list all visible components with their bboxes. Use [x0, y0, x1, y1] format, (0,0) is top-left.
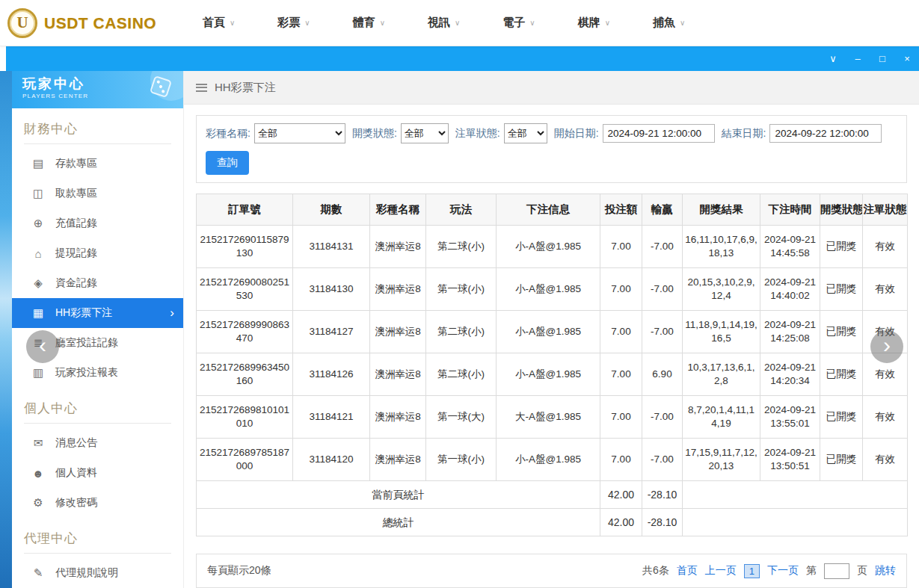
order-status-select[interactable]: 全部 — [504, 123, 547, 143]
lottery-bet-icon: ▦ — [31, 306, 45, 320]
table-cell: 2024-09-21 13:55:01 — [760, 396, 820, 439]
chevron-right-icon: › — [170, 306, 174, 321]
sidebar-item-profile[interactable]: ☻個人資料 — [12, 458, 183, 488]
table-cell: 20,15,3,10,2,9,12,4 — [683, 268, 760, 311]
pagination-bar: 每頁顯示20條 共6条 首页 上一页 1 下一页 第 页 跳转 — [196, 554, 907, 588]
nav-item-5[interactable]: 電子∨ — [502, 16, 535, 30]
summary-row: 當前頁統計42.00-28.10 — [197, 481, 908, 509]
table-cell: 2152172690080251530 — [197, 268, 293, 311]
sidebar-item-label: 修改密碼 — [55, 496, 97, 510]
summary-win-loss-total: -28.10 — [642, 481, 683, 509]
sidebar-item-lottery-bet[interactable]: ▦HH彩票下注› — [12, 298, 183, 328]
table-cell: 2152172690115879130 — [197, 226, 293, 268]
nav-item-7[interactable]: 捕魚∨ — [653, 16, 685, 30]
menu-icon[interactable] — [196, 84, 207, 92]
table-cell: 2152172689810101010 — [197, 396, 293, 439]
minimize-window-icon[interactable]: – — [852, 54, 864, 64]
table-cell: 澳洲幸运8 — [370, 311, 426, 353]
summary-row: 總統計42.00-28.10 — [197, 509, 908, 536]
sidebar-subtitle: PLAYERS CENTER — [22, 93, 174, 99]
start-date-label: 開始日期: — [554, 127, 599, 140]
start-date-input[interactable] — [603, 124, 715, 143]
main-content: HH彩票下注 彩種名稱: 全部 開獎狀態: 全部 — [184, 71, 919, 588]
sidebar-item-change-password[interactable]: ⚙修改密碼 — [12, 488, 183, 518]
column-header: 注單狀態 — [863, 194, 908, 226]
table-row: 215217268981010101031184121澳洲幸运8第一球(大)大-… — [197, 396, 908, 439]
table-cell: -7.00 — [642, 226, 683, 268]
end-date-input[interactable] — [769, 124, 882, 143]
column-header: 輸贏 — [642, 194, 683, 226]
breadcrumb: HH彩票下注 — [184, 71, 919, 105]
profile-icon: ☻ — [31, 467, 45, 480]
table-cell: 第二球(小) — [426, 226, 497, 268]
jump-prefix-label: 第 — [806, 564, 817, 578]
content-area: 彩種名稱: 全部 開獎狀態: 全部 注單狀態: 全 — [184, 105, 919, 543]
table-cell: 7.00 — [600, 268, 642, 311]
table-cell: 31184120 — [293, 439, 370, 481]
table-cell: 小-A盤@1.985 — [497, 353, 600, 396]
nav-item-3[interactable]: 體育∨ — [353, 16, 385, 30]
prev-page-link[interactable]: 上一页 — [705, 564, 737, 578]
sidebar-item-announcement[interactable]: ✉消息公告 — [12, 428, 183, 458]
lottery-name-select[interactable]: 全部 — [254, 123, 345, 143]
current-page-button[interactable]: 1 — [744, 564, 760, 578]
window-body: 玩家中心 PLAYERS CENTER 財務中心▤存款專區◫取款專區⊕充值記錄⌂… — [12, 71, 919, 588]
table-cell: 6.90 — [642, 353, 683, 396]
table-cell: 11,18,9,1,14,19,16,5 — [683, 311, 760, 353]
carousel-left-arrow-icon[interactable]: ‹ — [26, 330, 59, 363]
sidebar-item-funds-record[interactable]: ◈資金記錄 — [12, 268, 183, 298]
table-cell: 第二球(小) — [426, 311, 497, 353]
summary-empty-cell — [683, 481, 908, 509]
query-button[interactable]: 查詢 — [206, 151, 249, 175]
sidebar-item-label: 取款專區 — [55, 187, 97, 200]
sidebar-item-label: 提現記錄 — [55, 247, 97, 260]
jump-button[interactable]: 跳转 — [875, 564, 896, 578]
summary-win-loss-total: -28.10 — [642, 509, 683, 536]
sidebar-item-deposit[interactable]: ▤存款專區 — [12, 149, 183, 179]
summary-empty-cell — [683, 509, 908, 536]
nav-item-6[interactable]: 棋牌∨ — [578, 16, 610, 30]
table-cell: 7.00 — [600, 311, 642, 353]
player-report-icon: ▥ — [31, 366, 45, 380]
sidebar-item-recharge-record[interactable]: ⊕充值記錄 — [12, 208, 183, 238]
page-jump-input[interactable] — [824, 563, 849, 579]
sidebar-item-withdrawal-record[interactable]: ⌂提現記錄 — [12, 238, 183, 268]
draw-status-select[interactable]: 全部 — [401, 123, 449, 143]
table-cell: 已開獎 — [820, 353, 863, 396]
first-page-link[interactable]: 首页 — [677, 564, 698, 578]
next-page-link[interactable]: 下一页 — [767, 564, 799, 578]
withdraw-icon: ◫ — [31, 187, 45, 200]
sidebar-item-agent-rules[interactable]: ✎代理規則說明 — [12, 558, 183, 588]
table-cell: 小-A盤@1.985 — [497, 268, 600, 311]
column-header: 投注額 — [600, 194, 642, 226]
table-cell: 第二球(小) — [426, 353, 497, 396]
collapse-window-icon[interactable]: ∨ — [827, 54, 839, 64]
table-row: 215217268996345016031184126澳洲幸运8第二球(小)小-… — [197, 353, 908, 396]
table-cell: 第一球(大) — [426, 396, 497, 439]
table-cell: 2024-09-21 14:25:08 — [760, 311, 820, 353]
nav-item-2[interactable]: 彩票∨ — [277, 16, 310, 30]
chevron-down-icon: ∨ — [680, 19, 685, 27]
sidebar-item-withdraw[interactable]: ◫取款專區 — [12, 179, 183, 208]
maximize-window-icon[interactable]: □ — [876, 54, 888, 64]
table-cell: 澳洲幸运8 — [370, 268, 426, 311]
nav-item-1[interactable]: 首頁∨ — [203, 16, 235, 30]
table-header-row: 訂單號期數彩種名稱玩法下注信息投注額輸贏開獎結果下注時間開獎狀態注單狀態 — [197, 194, 908, 226]
sidebar-item-label: 個人資料 — [55, 466, 97, 480]
sidebar-section-title: 個人中心 — [24, 400, 171, 424]
nav-item-label: 棋牌 — [578, 16, 600, 30]
table-cell: 小-A盤@1.985 — [497, 311, 600, 353]
site-logo[interactable]: U USDT CASINO — [7, 8, 176, 38]
nav-item-4[interactable]: 視訊∨ — [428, 16, 460, 30]
carousel-right-arrow-icon[interactable]: › — [870, 330, 903, 363]
window-controls: ∨–□× — [827, 54, 913, 64]
table-cell: 第一球(小) — [426, 439, 497, 481]
sidebar-item-label: 資金記錄 — [55, 276, 97, 290]
total-count-text: 共6条 — [642, 564, 669, 578]
sidebar-item-label: 充值記錄 — [55, 217, 97, 230]
close-window-icon[interactable]: × — [901, 54, 913, 64]
table-cell: 8,7,20,1,4,11,14,19 — [683, 396, 760, 439]
nav-item-label: 電子 — [502, 16, 525, 30]
draw-status-label: 開獎狀態: — [352, 127, 397, 140]
withdrawal-record-icon: ⌂ — [31, 247, 45, 260]
